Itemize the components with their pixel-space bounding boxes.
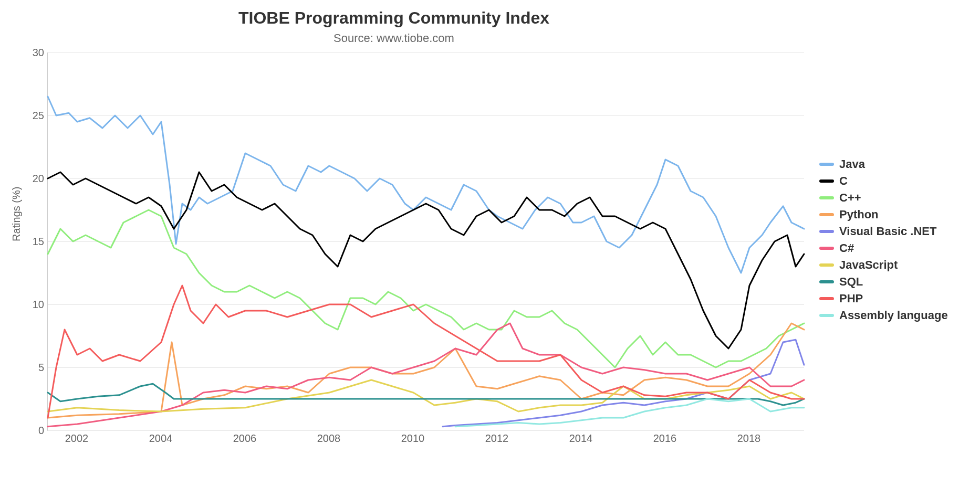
legend-item[interactable]: Java (819, 157, 948, 171)
legend-swatch (819, 314, 834, 317)
x-tick-label: 2006 (233, 432, 257, 445)
x-tick-label: 2008 (317, 432, 341, 445)
legend-label: Assembly language (839, 309, 948, 322)
y-tick-label: 10 (23, 299, 44, 311)
legend-label: C# (839, 241, 854, 255)
legend-swatch (819, 297, 834, 300)
legend-item[interactable]: Visual Basic .NET (819, 225, 948, 238)
legend-label: Python (839, 208, 879, 221)
legend-item[interactable]: Assembly language (819, 309, 948, 322)
legend-label: JavaScript (839, 258, 898, 272)
legend-item[interactable]: C (819, 174, 948, 188)
series-line[interactable] (48, 210, 804, 367)
x-tick-label: 2014 (569, 432, 593, 445)
series-line[interactable] (48, 97, 804, 273)
x-tick-label: 2016 (653, 432, 677, 445)
legend-item[interactable]: PHP (819, 292, 948, 305)
series-line[interactable] (443, 340, 804, 427)
legend-item[interactable]: C# (819, 241, 948, 255)
legend-label: PHP (839, 292, 863, 305)
y-tick-label: 15 (23, 236, 44, 248)
legend-swatch (819, 230, 834, 233)
legend-label: Java (839, 157, 865, 171)
series-lines (48, 52, 804, 430)
legend-swatch (819, 247, 834, 250)
chart-title: TIOBE Programming Community Index (0, 8, 788, 28)
legend-item[interactable]: SQL (819, 275, 948, 289)
x-tick-label: 2002 (65, 432, 89, 445)
legend-item[interactable]: JavaScript (819, 258, 948, 272)
y-tick-label: 25 (23, 110, 44, 122)
legend-label: SQL (839, 275, 863, 289)
series-line[interactable] (48, 172, 804, 348)
legend-swatch (819, 196, 834, 199)
x-tick-label: 2004 (149, 432, 173, 445)
legend-swatch (819, 280, 834, 283)
legend-swatch (819, 163, 834, 166)
legend-label: C++ (839, 191, 861, 205)
x-tick-label: 2018 (737, 432, 761, 445)
x-tick-label: 2012 (485, 432, 509, 445)
legend-swatch (819, 179, 834, 183)
x-tick-label: 2010 (401, 432, 425, 445)
legend-item[interactable]: Python (819, 208, 948, 221)
legend: JavaCC++PythonVisual Basic .NETC#JavaScr… (819, 157, 948, 325)
chart-subtitle: Source: www.tiobe.com (0, 31, 788, 45)
y-tick-label: 30 (23, 47, 44, 59)
legend-swatch (819, 213, 834, 216)
legend-swatch (819, 263, 834, 267)
y-tick-label: 20 (23, 173, 44, 185)
chart-container: TIOBE Programming Community Index Source… (0, 0, 980, 486)
y-tick-label: 5 (23, 362, 44, 374)
legend-label: Visual Basic .NET (839, 225, 936, 238)
plot-area[interactable] (47, 52, 804, 431)
y-tick-label: 0 (23, 425, 44, 437)
y-axis-label: Ratings (%) (11, 187, 23, 241)
legend-label: C (839, 174, 848, 188)
legend-item[interactable]: C++ (819, 191, 948, 205)
